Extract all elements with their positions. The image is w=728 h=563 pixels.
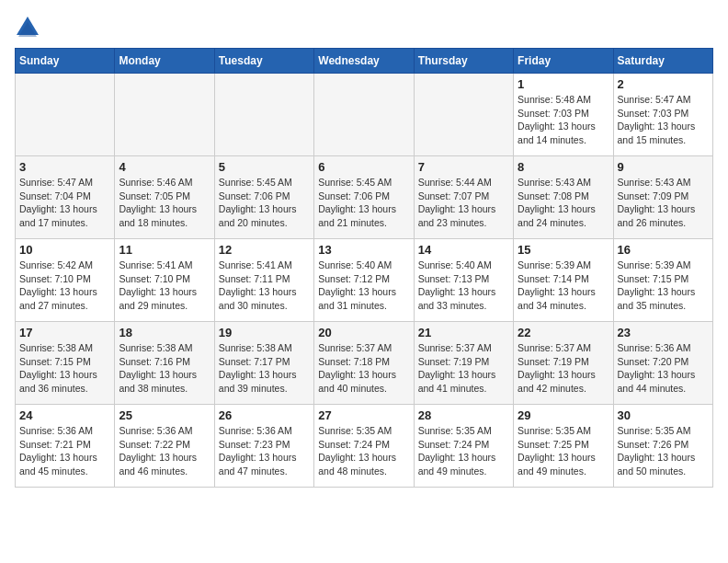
day-number: 2: [618, 77, 709, 91]
calendar-cell: [16, 74, 115, 156]
day-number: 3: [19, 160, 110, 174]
day-info: Sunrise: 5:41 AM Sunset: 7:11 PM Dayligh…: [219, 259, 310, 313]
day-number: 29: [518, 408, 609, 422]
day-number: 16: [618, 243, 709, 257]
day-info: Sunrise: 5:38 AM Sunset: 7:17 PM Dayligh…: [219, 341, 310, 396]
day-number: 23: [618, 326, 709, 339]
weekday-header-thursday: Thursday: [414, 49, 513, 74]
week-row-4: 17Sunrise: 5:38 AM Sunset: 7:15 PM Dayli…: [16, 322, 713, 405]
day-number: 24: [19, 408, 110, 422]
calendar-cell: 27Sunrise: 5:35 AM Sunset: 7:24 PM Dayli…: [314, 405, 414, 488]
day-info: Sunrise: 5:47 AM Sunset: 7:03 PM Dayligh…: [618, 93, 709, 147]
calendar-cell: 20Sunrise: 5:37 AM Sunset: 7:18 PM Dayli…: [314, 322, 414, 405]
calendar-cell: [414, 74, 513, 156]
day-info: Sunrise: 5:37 AM Sunset: 7:18 PM Dayligh…: [318, 341, 409, 396]
calendar-cell: 1Sunrise: 5:48 AM Sunset: 7:03 PM Daylig…: [514, 74, 613, 156]
calendar-cell: 7Sunrise: 5:44 AM Sunset: 7:07 PM Daylig…: [414, 156, 513, 239]
day-info: Sunrise: 5:42 AM Sunset: 7:10 PM Dayligh…: [19, 259, 110, 313]
calendar-cell: 11Sunrise: 5:41 AM Sunset: 7:10 PM Dayli…: [115, 239, 214, 322]
day-number: 17: [19, 326, 110, 339]
day-info: Sunrise: 5:47 AM Sunset: 7:04 PM Dayligh…: [19, 176, 110, 230]
day-info: Sunrise: 5:37 AM Sunset: 7:19 PM Dayligh…: [418, 341, 509, 396]
day-info: Sunrise: 5:40 AM Sunset: 7:12 PM Dayligh…: [318, 259, 409, 313]
logo-icon: [15, 15, 40, 40]
calendar-cell: [314, 74, 414, 156]
day-info: Sunrise: 5:36 AM Sunset: 7:21 PM Dayligh…: [19, 424, 110, 478]
weekday-header-friday: Friday: [514, 49, 613, 74]
weekday-header-sunday: Sunday: [16, 49, 115, 74]
day-number: 21: [418, 326, 509, 339]
weekday-header-wednesday: Wednesday: [314, 49, 414, 74]
day-number: 11: [119, 243, 210, 257]
day-number: 1: [518, 77, 609, 91]
day-info: Sunrise: 5:45 AM Sunset: 7:06 PM Dayligh…: [219, 176, 310, 230]
day-number: 26: [219, 408, 310, 422]
day-info: Sunrise: 5:39 AM Sunset: 7:15 PM Dayligh…: [618, 259, 709, 313]
day-number: 19: [219, 326, 310, 339]
day-number: 20: [318, 326, 409, 339]
day-info: Sunrise: 5:39 AM Sunset: 7:14 PM Dayligh…: [518, 259, 609, 313]
week-row-2: 3Sunrise: 5:47 AM Sunset: 7:04 PM Daylig…: [16, 156, 713, 239]
calendar-cell: [214, 74, 313, 156]
week-row-1: 1Sunrise: 5:48 AM Sunset: 7:03 PM Daylig…: [16, 74, 713, 156]
week-row-5: 24Sunrise: 5:36 AM Sunset: 7:21 PM Dayli…: [16, 405, 713, 488]
calendar-cell: 19Sunrise: 5:38 AM Sunset: 7:17 PM Dayli…: [214, 322, 313, 405]
day-number: 5: [219, 160, 310, 174]
day-number: 4: [119, 160, 210, 174]
day-number: 12: [219, 243, 310, 257]
calendar-cell: 16Sunrise: 5:39 AM Sunset: 7:15 PM Dayli…: [613, 239, 712, 322]
weekday-header-row: SundayMondayTuesdayWednesdayThursdayFrid…: [16, 49, 713, 74]
day-number: 30: [618, 408, 709, 422]
day-info: Sunrise: 5:36 AM Sunset: 7:22 PM Dayligh…: [119, 424, 210, 478]
calendar-cell: 6Sunrise: 5:45 AM Sunset: 7:06 PM Daylig…: [314, 156, 414, 239]
weekday-header-tuesday: Tuesday: [214, 49, 313, 74]
calendar-cell: 10Sunrise: 5:42 AM Sunset: 7:10 PM Dayli…: [16, 239, 115, 322]
day-number: 25: [119, 408, 210, 422]
calendar: SundayMondayTuesdayWednesdayThursdayFrid…: [15, 48, 713, 488]
day-number: 18: [119, 326, 210, 339]
calendar-cell: 28Sunrise: 5:35 AM Sunset: 7:24 PM Dayli…: [414, 405, 513, 488]
calendar-cell: 13Sunrise: 5:40 AM Sunset: 7:12 PM Dayli…: [314, 239, 414, 322]
day-number: 8: [518, 160, 609, 174]
day-number: 14: [418, 243, 509, 257]
logo: [15, 15, 44, 40]
weekday-header-saturday: Saturday: [613, 49, 712, 74]
day-info: Sunrise: 5:35 AM Sunset: 7:24 PM Dayligh…: [418, 424, 509, 478]
day-number: 9: [618, 160, 709, 174]
calendar-cell: 5Sunrise: 5:45 AM Sunset: 7:06 PM Daylig…: [214, 156, 313, 239]
calendar-cell: 23Sunrise: 5:36 AM Sunset: 7:20 PM Dayli…: [613, 322, 712, 405]
day-info: Sunrise: 5:35 AM Sunset: 7:25 PM Dayligh…: [518, 424, 609, 478]
day-number: 10: [19, 243, 110, 257]
calendar-cell: 26Sunrise: 5:36 AM Sunset: 7:23 PM Dayli…: [214, 405, 313, 488]
calendar-cell: 18Sunrise: 5:38 AM Sunset: 7:16 PM Dayli…: [115, 322, 214, 405]
calendar-cell: 30Sunrise: 5:35 AM Sunset: 7:26 PM Dayli…: [613, 405, 712, 488]
day-number: 27: [318, 408, 409, 422]
day-info: Sunrise: 5:38 AM Sunset: 7:15 PM Dayligh…: [19, 341, 110, 396]
day-info: Sunrise: 5:36 AM Sunset: 7:23 PM Dayligh…: [219, 424, 310, 478]
calendar-cell: [115, 74, 214, 156]
calendar-cell: 9Sunrise: 5:43 AM Sunset: 7:09 PM Daylig…: [613, 156, 712, 239]
day-info: Sunrise: 5:48 AM Sunset: 7:03 PM Dayligh…: [518, 93, 609, 147]
day-info: Sunrise: 5:35 AM Sunset: 7:24 PM Dayligh…: [318, 424, 409, 478]
day-info: Sunrise: 5:41 AM Sunset: 7:10 PM Dayligh…: [119, 259, 210, 313]
day-info: Sunrise: 5:45 AM Sunset: 7:06 PM Dayligh…: [318, 176, 409, 230]
calendar-cell: 2Sunrise: 5:47 AM Sunset: 7:03 PM Daylig…: [613, 74, 712, 156]
day-info: Sunrise: 5:37 AM Sunset: 7:19 PM Dayligh…: [518, 341, 609, 396]
day-info: Sunrise: 5:35 AM Sunset: 7:26 PM Dayligh…: [618, 424, 709, 478]
day-number: 13: [318, 243, 409, 257]
day-info: Sunrise: 5:38 AM Sunset: 7:16 PM Dayligh…: [119, 341, 210, 396]
day-info: Sunrise: 5:43 AM Sunset: 7:09 PM Dayligh…: [618, 176, 709, 230]
day-number: 28: [418, 408, 509, 422]
calendar-cell: 8Sunrise: 5:43 AM Sunset: 7:08 PM Daylig…: [514, 156, 613, 239]
header: [15, 15, 713, 40]
day-info: Sunrise: 5:40 AM Sunset: 7:13 PM Dayligh…: [418, 259, 509, 313]
calendar-cell: 12Sunrise: 5:41 AM Sunset: 7:11 PM Dayli…: [214, 239, 313, 322]
calendar-cell: 17Sunrise: 5:38 AM Sunset: 7:15 PM Dayli…: [16, 322, 115, 405]
week-row-3: 10Sunrise: 5:42 AM Sunset: 7:10 PM Dayli…: [16, 239, 713, 322]
calendar-cell: 22Sunrise: 5:37 AM Sunset: 7:19 PM Dayli…: [514, 322, 613, 405]
calendar-cell: 25Sunrise: 5:36 AM Sunset: 7:22 PM Dayli…: [115, 405, 214, 488]
day-number: 22: [518, 326, 609, 339]
day-info: Sunrise: 5:36 AM Sunset: 7:20 PM Dayligh…: [618, 341, 709, 396]
day-number: 7: [418, 160, 509, 174]
day-info: Sunrise: 5:46 AM Sunset: 7:05 PM Dayligh…: [119, 176, 210, 230]
